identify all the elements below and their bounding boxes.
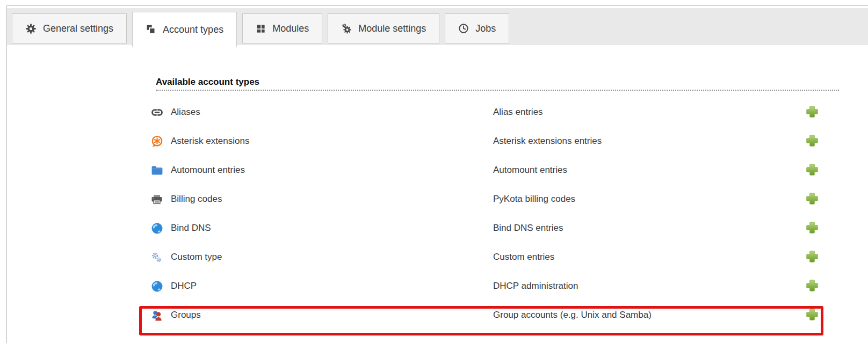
account-type-name: Groups [171, 310, 493, 320]
tab-label: Jobs [475, 23, 496, 34]
plus-icon [805, 162, 820, 179]
gear-icon [25, 23, 37, 34]
add-account-type-button[interactable] [805, 308, 820, 323]
tab-module-settings[interactable]: Module settings [328, 13, 439, 43]
account-type-name: Billing codes [171, 194, 493, 205]
tab-bar: General settingsAccount typesModulesModu… [7, 8, 868, 45]
add-account-type-button[interactable] [805, 105, 820, 120]
custom-gears-icon [150, 251, 171, 264]
account-type-row-dhcp: DHCPDHCP administration [150, 272, 839, 301]
add-account-type-button[interactable] [805, 163, 820, 178]
account-type-description: Bind DNS entries [493, 223, 785, 233]
printer-icon [150, 193, 171, 206]
account-type-name: Aliases [171, 107, 493, 118]
asterisk-icon [150, 135, 171, 148]
tab-label: General settings [43, 23, 113, 34]
tab-modules[interactable]: Modules [242, 13, 322, 43]
clock-icon [458, 23, 469, 34]
account-type-name: DHCP [171, 281, 493, 291]
add-account-type-button[interactable] [805, 250, 820, 265]
account-type-description: Group accounts (e.g. Unix and Samba) [493, 310, 785, 320]
grid-icon [256, 24, 266, 34]
section-title: Available account types [156, 77, 259, 87]
plus-icon [805, 104, 820, 121]
account-type-row-billing-codes: Billing codesPyKota billing codes [150, 185, 839, 214]
account-type-name: Bind DNS [171, 223, 493, 233]
config-page: General settingsAccount typesModulesModu… [0, 0, 868, 343]
plus-icon [805, 133, 820, 150]
section-divider [156, 90, 839, 91]
account-type-name: Custom type [171, 252, 493, 262]
account-type-description: Automount entries [493, 165, 785, 176]
account-type-row-automount-entries: Automount entriesAutomount entries [150, 156, 839, 185]
folder-icon [150, 164, 171, 177]
users-icon [150, 309, 171, 322]
globe-icon [150, 222, 171, 235]
account-type-description: Asterisk extensions entries [493, 136, 785, 147]
account-type-name: Asterisk extensions [171, 136, 493, 147]
account-type-row-custom-type: Custom typeCustom entries [150, 243, 839, 272]
account-type-row-aliases: AliasesAlias entries [150, 98, 839, 127]
account-type-description: DHCP administration [493, 281, 785, 291]
add-account-type-button[interactable] [805, 134, 820, 149]
tab-account-types[interactable]: Account types [132, 12, 237, 47]
account-type-row-asterisk-extensions: Asterisk extensionsAsterisk extensions e… [150, 127, 839, 156]
globe-icon [150, 280, 171, 293]
link-icon [150, 106, 171, 119]
plus-icon [805, 191, 820, 208]
account-type-description: Custom entries [493, 252, 785, 262]
plus-icon [805, 249, 820, 266]
tab-label: Modules [272, 23, 309, 34]
add-account-type-button[interactable] [805, 279, 820, 294]
add-account-type-button[interactable] [805, 192, 820, 207]
account-type-description: PyKota billing codes [493, 194, 785, 205]
gears-icon [341, 23, 352, 34]
add-account-type-button[interactable] [805, 221, 820, 236]
plus-icon [805, 220, 820, 237]
account-type-name: Automount entries [171, 165, 493, 176]
tab-label: Account types [163, 24, 223, 35]
tab-general-settings[interactable]: General settings [12, 13, 127, 43]
account-type-row-bind-dns: Bind DNSBind DNS entries [150, 214, 839, 243]
account-type-description: Alias entries [493, 107, 785, 118]
plus-icon [805, 307, 820, 324]
tab-jobs[interactable]: Jobs [445, 13, 509, 43]
account-type-row-groups: GroupsGroup accounts (e.g. Unix and Samb… [150, 301, 839, 330]
plus-icon [805, 278, 820, 295]
tab-label: Module settings [358, 23, 426, 34]
layers-icon [146, 24, 156, 35]
account-types-list: AliasesAlias entriesAsterisk extensionsA… [150, 98, 839, 330]
